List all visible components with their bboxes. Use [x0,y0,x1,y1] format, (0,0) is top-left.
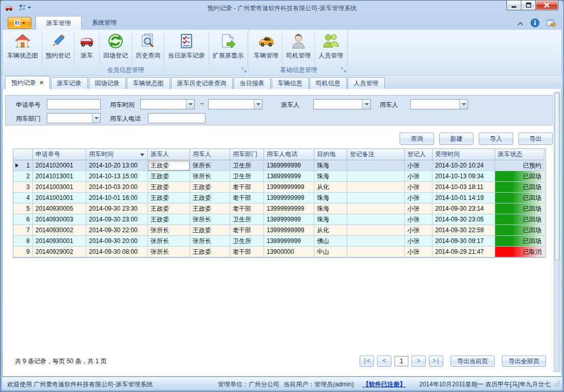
cell-用车人[interactable]: 张所长 [190,214,230,225]
cell-派车人[interactable]: 张所长 [148,236,190,247]
cell-受理时间[interactable]: 2014-10-20 10:24 [433,160,495,171]
cell-用车时间[interactable]: 2014-10-01 16:00 [86,193,148,203]
cell-用车部门[interactable]: 老干部 [230,203,264,214]
table-row[interactable]: 9201409290022014-09-30 08:00张所长王政委老干部139… [13,247,546,257]
row-number-cell[interactable]: 6 [13,214,33,225]
cell-用车人电话[interactable]: 1389999999 [264,236,314,247]
table-row[interactable]: 8201409300012014-09-30 20:00张所长张所长卫生所138… [13,236,546,247]
doc-tab-return-records[interactable]: 回场记录 [89,77,126,89]
doc-tab-reserve-records[interactable]: 预约记录× [5,76,50,89]
cell-用车人[interactable]: 王政委 [190,225,230,236]
row-number-cell[interactable]: 7 [13,225,33,236]
cell-用车部门[interactable]: 老干部 [230,247,264,257]
cell-用车部门[interactable]: 老干部 [230,225,264,236]
column-header-2[interactable]: 派车人 [148,149,190,160]
cell-派车人[interactable]: 张所长 [148,247,190,257]
resize-grip-icon[interactable] [554,380,560,388]
first-page-button[interactable]: |< [360,356,374,367]
cell-派车人[interactable]: 王政委 [148,203,190,214]
table-row[interactable]: 1201410200012014-10-20 13:00王政委张所长卫生所138… [13,160,546,171]
cell-dispatch-status[interactable]: 已取消 [495,247,544,257]
ribbon-button-vehicle-status-map[interactable]: 车辆状态图 [4,31,42,66]
row-number-cell[interactable]: 8 [13,236,33,247]
table-row[interactable]: 5201409300052014-09-30 23:30王政委王政委老干部139… [13,203,546,214]
cell-用车人电话[interactable]: 1389999999 [264,214,314,225]
doc-tab-driver-info[interactable]: 司机信息 [310,77,347,89]
cell-dispatch-status[interactable]: 已回场 [495,236,544,247]
cell-受理时间[interactable]: 2014-09-29 21:47 [433,247,495,257]
cell-用车人[interactable]: 王政委 [190,182,230,193]
row-number-cell[interactable]: 1 [13,160,33,171]
cell-申请单号[interactable]: 20141020001 [33,160,86,171]
cell-用车时间[interactable]: 2014-09-30 23:30 [86,203,148,214]
new-button[interactable]: 新建 [439,133,474,145]
cell-派车人[interactable]: 王政委 [148,214,190,225]
export-current-page-button[interactable]: 导出当前页 [450,356,495,367]
cell-dispatch-status[interactable]: 已回场 [495,193,544,203]
cell-dispatch-status[interactable]: 已回场 [495,214,544,225]
ribbon-button-driver-mgmt[interactable]: 司机管理 [283,31,315,66]
row-number-cell[interactable]: 5 [13,203,33,214]
cell-登记备注[interactable] [347,160,405,171]
column-header-7[interactable]: 登记备注 [347,149,405,160]
cell-登记备注[interactable] [347,203,405,214]
row-number-cell[interactable]: 2 [13,171,33,182]
minimize-button[interactable] [506,1,521,10]
user-combo[interactable] [410,99,468,109]
collapse-ribbon-icon[interactable] [517,20,523,27]
row-number-cell[interactable]: 3 [13,182,33,193]
column-header-4[interactable]: 用车部门 [230,149,264,160]
cell-dispatch-status[interactable]: 已回场 [495,203,544,214]
cell-申请单号[interactable]: 20141001001 [33,193,86,203]
cell-目的地[interactable]: 珠海 [314,203,347,214]
cell-登记备注[interactable] [347,193,405,203]
ribbon-button-today-dispatch-records[interactable]: 当日派车记录 [164,31,209,66]
cell-受理时间[interactable]: 2014-10-13 09:34 [433,171,495,182]
cell-登记人[interactable]: 小张 [405,182,433,193]
close-button[interactable] [535,1,558,10]
cell-登记人[interactable]: 小张 [405,203,433,214]
cell-用车人电话[interactable]: 13999999999 [264,182,314,193]
restore-button[interactable] [521,1,535,10]
cell-受理时间[interactable]: 2014-09-30 09:17 [433,236,495,247]
cell-目的地[interactable]: 中山 [314,247,347,257]
cell-目的地[interactable]: 从化 [314,225,347,236]
cell-登记备注[interactable] [347,182,405,193]
cell-dispatch-status[interactable]: 已回场 [495,225,544,236]
help-book-icon[interactable] [547,18,556,29]
cell-用车时间[interactable]: 2014-09-30 08:00 [86,247,148,257]
cell-用车人电话[interactable]: 13999999999 [264,203,314,214]
doc-tab-dispatch-records[interactable]: 派车记录 [51,77,88,89]
use-time-from-combo[interactable] [140,99,195,109]
doc-tab-vehicle-info[interactable]: 车辆信息 [272,77,309,89]
cell-派车人[interactable]: 王政委 [148,160,190,171]
cell-用车人[interactable]: 张所长 [190,171,230,182]
ribbon-button-personnel-mgmt[interactable]: 人员管理 [315,31,347,66]
cell-受理时间[interactable]: 2014-09-30 23:14 [433,203,495,214]
cell-用车部门[interactable]: 卫生所 [230,171,264,182]
cell-用车部门[interactable]: 卫生所 [230,214,264,225]
export-button[interactable]: 导出 [518,133,553,145]
cell-目的地[interactable]: 佛山 [314,236,347,247]
column-header-10[interactable]: 派车状态 [495,149,544,160]
cell-目的地[interactable]: 珠海 [314,160,347,171]
cell-申请单号[interactable]: 20140930001 [33,236,86,247]
cell-目的地[interactable]: 珠海 [314,193,347,203]
cell-用车部门[interactable]: 卫生所 [230,160,264,171]
cell-用车部门[interactable]: 卫生所 [230,236,264,247]
cell-派车人[interactable]: 王政委 [148,182,190,193]
cell-受理时间[interactable]: 2014-09-30 22:59 [433,225,495,236]
doc-tab-personnel-mgmt[interactable]: 人员管理 [348,77,385,89]
cell-用车时间[interactable]: 2014-09-30 20:00 [86,236,148,247]
license-link[interactable]: 【软件已注册】 [363,380,406,389]
cell-登记备注[interactable] [347,247,405,257]
cell-用车人[interactable]: 张所长 [190,160,230,171]
table-row[interactable]: 3201410030012014-10-03 20:00王政委王政委老干部139… [13,182,546,193]
cell-登记人[interactable]: 小张 [405,247,433,257]
application-menu-button[interactable] [8,17,31,29]
vertical-scrollbar[interactable] [554,92,560,372]
row-number-cell[interactable]: 9 [13,247,33,257]
cell-登记人[interactable]: 小张 [405,171,433,182]
scrollbar-thumb[interactable] [555,93,559,260]
cell-用车时间[interactable]: 2014-10-20 13:00 [86,160,148,171]
